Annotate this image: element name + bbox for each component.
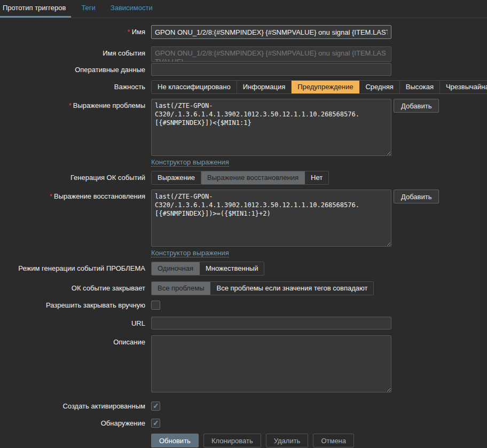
tab-dependencies[interactable]: Зависимости	[106, 0, 158, 18]
required-asterisk: *	[69, 101, 72, 109]
row-ok-event-closes: ОК событие закрывает Все проблемы Все пр…	[0, 281, 487, 295]
create-enabled-checkbox[interactable]	[151, 402, 160, 411]
ok-event-closes-label: ОК событие закрывает	[0, 281, 145, 293]
row-recovery-expression: *Выражение восстановления last(/ZTE-GPON…	[0, 190, 487, 257]
row-problem-expression: *Выражение проблемы last(/ZTE-GPON- C320…	[0, 99, 487, 167]
name-label-text: Имя	[132, 28, 145, 36]
severity-label: Важность	[0, 80, 145, 91]
discover-checkbox[interactable]	[151, 419, 160, 428]
name-label: *Имя	[0, 25, 145, 36]
problem-event-mode-label: Режим генерации событий ПРОБЛЕМА	[0, 262, 145, 273]
opdata-label: Оперативные данные	[0, 63, 145, 74]
event-name-label: Имя события	[0, 46, 145, 58]
cancel-button[interactable]: Отмена	[313, 434, 354, 447]
severity-segmented-control: Не классифицировано Информация Предупреж…	[151, 80, 487, 94]
okgen-expression[interactable]: Выражение	[152, 171, 201, 184]
severity-warning[interactable]: Предупреждение	[292, 81, 359, 93]
problem-event-mode-segmented-control: Одиночная Множественный	[151, 262, 264, 276]
problem-expression-constructor-link[interactable]: Конструктор выражения	[151, 158, 229, 167]
closes-all-problems[interactable]: Все проблемы	[152, 282, 210, 295]
row-url: URL	[0, 317, 487, 329]
problem-expression-label: *Выражение проблемы	[0, 99, 145, 110]
url-label: URL	[0, 317, 145, 328]
tab-trigger-prototype[interactable]: Прототип триггеров	[0, 0, 71, 18]
clone-button[interactable]: Клонировать	[203, 434, 261, 447]
description-label: Описание	[0, 335, 145, 347]
okgen-recovery-expression[interactable]: Выражение восстановления	[201, 171, 305, 184]
tab-bar: Прототип триггеров Теги Зависимости	[0, 0, 487, 18]
severity-not-classified[interactable]: Не классифицировано	[152, 81, 237, 93]
problem-expression-add-button[interactable]: Добавить	[394, 99, 439, 113]
row-manual-close: Разрешить закрывать вручную	[0, 300, 487, 310]
severity-disaster[interactable]: Чрезвычайная	[440, 81, 487, 93]
closes-all-problems-if-tags-match[interactable]: Все проблемы если значения тегов совпада…	[210, 282, 373, 295]
description-textarea[interactable]	[151, 335, 391, 392]
ok-event-generation-label: Генерация ОК событий	[0, 171, 145, 182]
severity-information[interactable]: Информация	[237, 81, 292, 93]
discover-label: Обнаружение	[0, 418, 145, 428]
recovery-expression-label-text: Выражение восстановления	[54, 192, 145, 200]
recovery-expression-add-button[interactable]: Добавить	[394, 190, 439, 203]
recovery-expression-label: *Выражение восстановления	[0, 190, 145, 201]
problem-expression-label-text: Выражение проблемы	[73, 101, 145, 109]
create-enabled-label: Создать активированным	[0, 401, 145, 411]
manual-close-label: Разрешить закрывать вручную	[0, 300, 145, 310]
ok-event-closes-segmented-control: Все проблемы Все проблемы если значения …	[151, 281, 374, 295]
row-event-name: Имя события GPON ONU_1/2/8:{#SNMPINDEX} …	[0, 46, 487, 62]
severity-high[interactable]: Высокая	[400, 81, 440, 93]
recovery-expression-textarea[interactable]: last(/ZTE-GPON- C320/.1.3.6.1.4.1.3902.1…	[151, 190, 391, 247]
row-ok-event-generation: Генерация ОК событий Выражение Выражение…	[0, 171, 487, 185]
row-severity: Важность Не классифицировано Информация …	[0, 80, 487, 94]
delete-button[interactable]: Удалить	[266, 434, 309, 447]
footer-actions: Обновить Клонировать Удалить Отмена	[151, 434, 487, 447]
row-name: *Имя	[0, 25, 487, 39]
ok-event-generation-segmented-control: Выражение Выражение восстановления Нет	[151, 171, 329, 185]
severity-average[interactable]: Средняя	[359, 81, 399, 93]
opdata-input[interactable]	[151, 63, 391, 76]
row-discover: Обнаружение	[0, 418, 487, 428]
update-button[interactable]: Обновить	[151, 434, 199, 447]
name-input[interactable]	[151, 25, 391, 39]
row-opdata: Оперативные данные	[0, 63, 487, 76]
recovery-expression-constructor-link[interactable]: Конструктор выражения	[151, 249, 229, 257]
required-asterisk: *	[50, 192, 52, 200]
trigger-prototype-form: *Имя Имя события GPON ONU_1/2/8:{#SNMPIN…	[0, 18, 487, 447]
url-input[interactable]	[151, 317, 391, 329]
problem-expression-textarea[interactable]: last(/ZTE-GPON- C320/.1.3.6.1.4.1.3902.1…	[151, 99, 391, 156]
event-mode-multiple[interactable]: Множественный	[200, 262, 264, 275]
row-create-enabled: Создать активированным	[0, 401, 487, 411]
tab-tags[interactable]: Теги	[76, 0, 100, 18]
event-mode-single[interactable]: Одиночная	[152, 262, 200, 275]
row-description: Описание	[0, 335, 487, 392]
okgen-none[interactable]: Нет	[305, 171, 328, 184]
manual-close-checkbox[interactable]	[151, 301, 160, 310]
required-asterisk: *	[128, 28, 130, 36]
row-problem-event-mode: Режим генерации событий ПРОБЛЕМА Одиночн…	[0, 262, 487, 276]
event-name-textarea[interactable]: GPON ONU_1/2/8:{#SNMPINDEX} {#SNMPVALUE}…	[151, 46, 391, 62]
